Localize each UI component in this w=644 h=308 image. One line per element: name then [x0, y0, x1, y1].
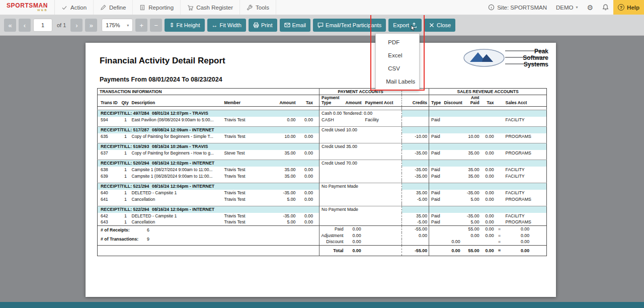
- export-icon: [411, 22, 417, 28]
- cell-credits: -5.00: [402, 219, 429, 226]
- col-credits: Credits: [402, 95, 429, 107]
- excel-file-icon: [380, 52, 385, 59]
- chevron-down-icon: ▾: [127, 23, 129, 28]
- cell-tax2: 0.00: [480, 167, 496, 173]
- receipt-id: RECEIPT/TILL: 497/284: [101, 111, 152, 116]
- cell-description: East Pavilion (08/08/2024 9:00am to 5:00…: [131, 117, 223, 123]
- transactions-count-label: # of Transactions:: [101, 237, 147, 242]
- spacer-row: [98, 107, 547, 110]
- cell-sales-acct: FACILITY: [504, 213, 547, 219]
- cell-member: Travis Test: [223, 173, 272, 180]
- cell-amt-paid: [461, 117, 480, 123]
- cell-credits: -35.00: [402, 167, 429, 173]
- cell-amt-paid: 35.00: [461, 150, 480, 157]
- cell-amount: -35.00: [272, 190, 302, 196]
- menu-item-action[interactable]: Action: [55, 0, 94, 15]
- menu-item-label: Mail Labels: [386, 79, 415, 85]
- receipt-datetime: 08/16/24 12:04pm - INTERNET: [152, 207, 214, 212]
- transactions-count-value: 9: [147, 237, 149, 242]
- fit-width-button[interactable]: ↔ Fit Width: [207, 19, 246, 32]
- spacer-row: [98, 180, 547, 183]
- site-indicator: Site: SPORTSMAN: [484, 0, 551, 15]
- summary-credits: [402, 239, 429, 246]
- cell-payment-type: CASH: [319, 117, 345, 123]
- cell-tax: 0.00: [302, 173, 319, 180]
- cell-tax: 0.00: [302, 117, 319, 123]
- payment-note: Credit Used 70.00: [319, 160, 402, 167]
- fit-height-button[interactable]: ⇕ Fit Height: [165, 19, 204, 32]
- summary-label: Adjustment: [319, 233, 345, 239]
- cell-amt-paid: 5.00: [461, 219, 480, 226]
- payment-note: Cash 0.00 Tendered: 0.00: [319, 110, 402, 117]
- account-menu[interactable]: DEMO ▾: [551, 0, 583, 15]
- summary-discount: 0.00: [443, 239, 461, 246]
- previous-page-button[interactable]: ‹: [19, 19, 31, 32]
- cell-amt-paid: 35.00: [461, 167, 480, 173]
- email-text-participants-button[interactable]: Email/Text Participants: [313, 19, 386, 32]
- page-number-input[interactable]: [33, 19, 52, 32]
- cell-credits: -5.00: [402, 196, 429, 203]
- button-label: Fit Width: [220, 22, 242, 28]
- chat-icon: [317, 22, 324, 28]
- sportsman-logo[interactable]: SPORTSMAN WEB: [0, 0, 55, 15]
- export-button[interactable]: Export PDF Excel CSV Mail Label: [388, 19, 422, 32]
- transaction-row: 6421DELETED - Campsite 1Travis Test-35.0…: [98, 213, 547, 219]
- cell-amount: 10.00: [272, 133, 302, 140]
- receipt-header-row: RECEIPT/TILL: 517/28708/08/24 12:09am - …: [98, 127, 547, 133]
- menu-item-define[interactable]: Define: [94, 0, 133, 15]
- col-discount: Discount: [443, 95, 461, 107]
- zoom-select[interactable]: 175% ▾: [102, 19, 133, 32]
- zoom-in-button[interactable]: +: [135, 19, 147, 32]
- button-label: Email/Text Participants: [326, 22, 381, 28]
- menu-item-cash-register[interactable]: Cash Register: [181, 0, 240, 15]
- cell-tax2: [480, 117, 496, 123]
- export-dropdown-menu: PDF Excel CSV Mail Labels: [375, 33, 420, 91]
- bottom-bar: [0, 302, 644, 308]
- cell-amt-paid: -35.00: [461, 190, 480, 196]
- summary-credits: 0.00: [402, 233, 429, 239]
- cell-trans-id: 594: [98, 117, 121, 123]
- report-date-range: Payments From 08/01/2024 To 08/23/2024: [100, 76, 222, 83]
- first-page-button[interactable]: «: [4, 19, 16, 32]
- summary-label: Total: [319, 246, 345, 256]
- receipt-id: RECEIPT/TILL: 517/287: [101, 127, 152, 133]
- cell-description: Cancellation: [131, 196, 223, 203]
- cell-description: DELETED - Campsite 1: [131, 213, 223, 219]
- export-menu-item-excel[interactable]: Excel: [376, 49, 419, 62]
- report-viewport: Financial Activity Detail Report Payment…: [0, 36, 644, 302]
- export-menu-item-csv[interactable]: CSV: [376, 62, 419, 75]
- print-button[interactable]: Print: [249, 19, 277, 32]
- receipt-id: RECEIPT/TILL: 521/294: [101, 184, 152, 189]
- cell-qty: 1: [121, 213, 131, 219]
- receipt-id: RECEIPT/TILL: 519/293: [101, 144, 152, 149]
- cell-member: Travis Test: [223, 190, 272, 196]
- cell-trans-id: 642: [98, 213, 121, 219]
- cell-trans-id: 639: [98, 173, 121, 180]
- cell-trans-id: 638: [98, 167, 121, 173]
- notifications-button[interactable]: [598, 0, 613, 15]
- export-menu-item-pdf[interactable]: PDF: [376, 36, 419, 49]
- next-page-button[interactable]: ›: [70, 19, 83, 32]
- site-label: Site: SPORTSMAN: [497, 5, 547, 11]
- cell-type: Paid: [429, 213, 443, 219]
- cell-sales-acct: FACILITY: [504, 173, 547, 180]
- cell-qty: 1: [121, 173, 131, 180]
- menu-item-reporting[interactable]: Reporting: [133, 0, 181, 15]
- cell-amt-paid: 10.00: [461, 133, 480, 140]
- cell-description: Campsite 1 (08/27/2024 9:00am to 11:00..…: [131, 167, 223, 173]
- close-button[interactable]: Close: [424, 19, 455, 32]
- zoom-out-button[interactable]: −: [150, 19, 162, 32]
- cell-amount: -35.00: [272, 213, 302, 219]
- settings-button[interactable]: ⚙: [583, 0, 598, 15]
- cell-type: Paid: [429, 167, 443, 173]
- summary-discount: [443, 233, 461, 239]
- cell-trans-id: 641: [98, 196, 121, 203]
- export-menu-item-mail-labels[interactable]: Mail Labels: [376, 75, 419, 88]
- menu-item-tools[interactable]: Tools: [240, 0, 276, 15]
- cell-qty: 1: [121, 190, 131, 196]
- last-page-button[interactable]: »: [85, 19, 97, 32]
- svg-text:Software: Software: [523, 54, 548, 61]
- help-button[interactable]: ? Help: [613, 0, 644, 15]
- cell-pay-amount: [345, 117, 362, 123]
- email-button[interactable]: Email: [280, 19, 311, 32]
